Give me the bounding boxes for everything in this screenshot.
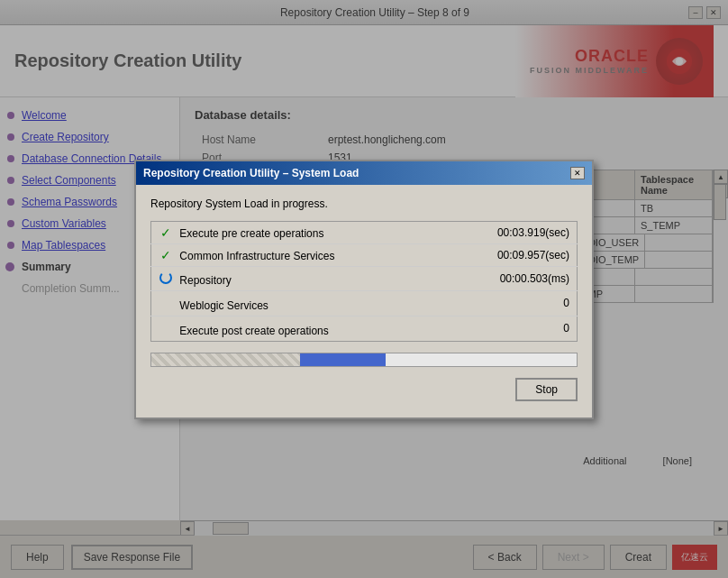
modal-close-button[interactable]: ✕	[570, 167, 585, 179]
loading-icon	[159, 271, 173, 285]
op-time-5: 0	[460, 316, 578, 341]
progress-empty	[386, 353, 577, 366]
op-label-3: Repository	[151, 266, 460, 290]
op-time-3: 00:00.503(ms)	[460, 266, 578, 290]
check-icon-2: ✓	[159, 248, 173, 262]
table-row: Execute post create operations 0	[151, 316, 578, 341]
pending-icon-5	[159, 320, 173, 335]
modal-subtitle: Repository System Load in progress.	[150, 197, 578, 210]
progress-striped	[151, 353, 300, 366]
table-row: Repository 00:00.503(ms)	[151, 266, 578, 290]
progress-fill	[300, 353, 385, 366]
table-row: Weblogic Services 0	[151, 290, 578, 316]
op-time-2: 00:09.957(sec)	[460, 243, 578, 266]
op-label-2: ✓ Common Infrastructure Services	[151, 243, 460, 266]
op-label-4: Weblogic Services	[151, 290, 460, 316]
modal-overlay: Repository Creation Utility – System Loa…	[0, 0, 728, 578]
table-row: ✓ Execute pre create operations 00:03.91…	[151, 221, 578, 243]
modal-title-bar: Repository Creation Utility – System Loa…	[136, 161, 592, 185]
op-label-1: ✓ Execute pre create operations	[151, 221, 460, 243]
modal-body: Repository System Load in progress. ✓ Ex…	[136, 185, 592, 417]
op-time-4: 0	[460, 290, 578, 316]
op-label-5: Execute post create operations	[151, 316, 460, 341]
system-load-modal: Repository Creation Utility – System Loa…	[134, 160, 594, 419]
table-row: ✓ Common Infrastructure Services 00:09.9…	[151, 243, 578, 266]
stop-button[interactable]: Stop	[515, 378, 578, 401]
op-time-1: 00:03.919(sec)	[460, 221, 578, 243]
progress-bar	[151, 353, 577, 366]
check-icon-1: ✓	[159, 225, 173, 240]
modal-footer: Stop	[150, 378, 578, 405]
progress-bar-container	[150, 353, 578, 367]
pending-icon-4	[159, 295, 173, 309]
modal-title: Repository Creation Utility – System Loa…	[143, 167, 359, 179]
progress-table: ✓ Execute pre create operations 00:03.91…	[150, 221, 578, 342]
